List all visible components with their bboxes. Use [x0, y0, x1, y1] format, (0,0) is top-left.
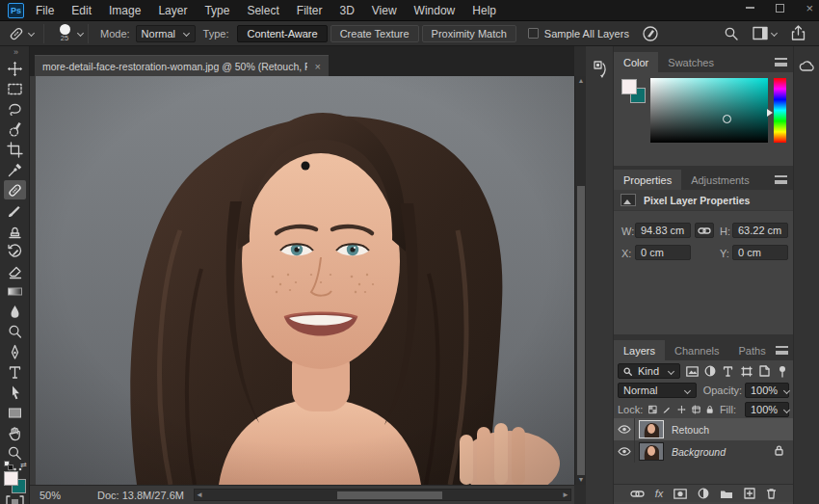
screen-mode-button[interactable]: [6, 495, 24, 504]
panel-menu-button[interactable]: [776, 346, 788, 355]
path-selection-tool[interactable]: [4, 383, 26, 402]
tab-color[interactable]: Color: [614, 52, 658, 72]
menu-edit[interactable]: Edit: [63, 4, 100, 17]
layer-thumbnail[interactable]: [639, 442, 664, 461]
new-group-icon[interactable]: [720, 489, 733, 499]
dodge-tool[interactable]: [4, 322, 26, 341]
document-tab[interactable]: more-detail-face-restoration-woman.jpg @…: [35, 55, 329, 76]
layer-thumbnail[interactable]: [639, 420, 664, 438]
type-tool[interactable]: [4, 362, 26, 382]
rectangle-tool[interactable]: [4, 403, 26, 422]
create-texture-button[interactable]: Create Texture: [330, 25, 419, 42]
horizontal-scroll-thumb[interactable]: [337, 491, 442, 499]
visibility-toggle[interactable]: [614, 440, 635, 463]
y-field[interactable]: 0 cm: [732, 245, 788, 260]
menu-select[interactable]: Select: [238, 4, 287, 17]
panel-menu-button[interactable]: [775, 58, 787, 66]
quick-selection-tool[interactable]: [4, 119, 26, 139]
filter-toggle-pin[interactable]: [776, 363, 789, 379]
vertical-scrollbar[interactable]: ▲ ▼: [574, 76, 586, 485]
eraser-tool[interactable]: [4, 261, 26, 280]
proximity-match-button[interactable]: Proximity Match: [422, 25, 516, 42]
zoom-level-field[interactable]: 50%: [40, 490, 61, 501]
filter-adjustment-layers-button[interactable]: [703, 363, 717, 379]
crop-tool[interactable]: [4, 140, 26, 159]
height-field[interactable]: 63.22 cm: [732, 223, 788, 238]
gradient-tool[interactable]: [4, 281, 26, 301]
menu-layer[interactable]: Layer: [149, 4, 196, 17]
menu-help[interactable]: Help: [463, 4, 505, 17]
workspace-switcher[interactable]: [753, 26, 778, 40]
width-field[interactable]: 94.83 cm: [635, 223, 691, 238]
layer-effects-icon[interactable]: fx: [655, 488, 664, 499]
new-layer-icon[interactable]: [744, 488, 755, 499]
clone-stamp-tool[interactable]: [4, 221, 26, 240]
hand-tool[interactable]: [4, 423, 26, 442]
menu-image[interactable]: Image: [100, 4, 149, 17]
scroll-right-icon[interactable]: ►: [561, 490, 570, 501]
filter-shape-layers-button[interactable]: [740, 363, 753, 379]
opacity-select[interactable]: 100%: [745, 383, 789, 398]
creative-cloud-icon[interactable]: [799, 60, 816, 73]
fill-select[interactable]: 100%: [745, 402, 789, 417]
brush-size-picker[interactable]: 25: [52, 24, 77, 42]
eyedropper-tool[interactable]: [4, 160, 26, 179]
panel-menu-button[interactable]: [775, 175, 787, 184]
minimize-icon[interactable]: [746, 7, 754, 9]
spot-healing-brush-tool[interactable]: [4, 180, 26, 199]
content-aware-button[interactable]: Content-Aware: [237, 25, 327, 42]
close-window-icon[interactable]: ×: [806, 2, 813, 14]
vertical-scroll-thumb[interactable]: [577, 186, 585, 475]
lock-paint-icon[interactable]: [663, 404, 672, 415]
maximize-icon[interactable]: [776, 4, 784, 13]
close-tab-icon[interactable]: ×: [315, 61, 321, 72]
visibility-toggle[interactable]: [614, 418, 635, 440]
tab-swatches[interactable]: Swatches: [658, 52, 724, 72]
new-adjustment-layer-icon[interactable]: [698, 488, 709, 499]
color-picker-ring[interactable]: [723, 115, 731, 123]
filter-kind-select[interactable]: Kind: [618, 363, 680, 379]
lock-transparency-icon[interactable]: [648, 404, 657, 415]
lock-position-icon[interactable]: [677, 404, 686, 415]
blur-tool[interactable]: [4, 302, 26, 321]
sample-all-layers-checkbox[interactable]: [528, 28, 539, 39]
tab-properties[interactable]: Properties: [614, 170, 681, 190]
layer-mask-icon[interactable]: [674, 489, 687, 499]
tab-channels[interactable]: Channels: [665, 340, 728, 360]
hue-slider[interactable]: [774, 78, 786, 143]
move-tool[interactable]: [4, 59, 26, 78]
hue-slider-arrow[interactable]: [767, 109, 773, 117]
blend-mode-select[interactable]: Normal: [618, 383, 697, 398]
link-dimensions-button[interactable]: [695, 223, 714, 238]
menu-window[interactable]: Window: [406, 4, 464, 17]
layer-locked-icon[interactable]: [775, 445, 783, 458]
zoom-tool[interactable]: [4, 443, 26, 463]
horizontal-scrollbar[interactable]: ◄ ►: [194, 489, 571, 501]
history-brush-tool[interactable]: [4, 241, 26, 260]
search-icon[interactable]: [724, 26, 739, 41]
filter-pixel-layers-button[interactable]: [685, 363, 699, 379]
share-icon[interactable]: [791, 25, 806, 41]
menu-view[interactable]: View: [363, 4, 406, 17]
menu-file[interactable]: File: [27, 4, 63, 17]
x-field[interactable]: 0 cm: [635, 245, 691, 260]
toolbar-collapse-icon[interactable]: »: [13, 47, 18, 57]
delete-layer-icon[interactable]: [766, 488, 777, 499]
layer-row-background[interactable]: Background: [614, 440, 793, 463]
layer-row-retouch[interactable]: Retouch: [614, 418, 793, 440]
filter-smart-objects-button[interactable]: [757, 363, 771, 379]
mode-select[interactable]: Normal: [136, 25, 196, 42]
saturation-brightness-field[interactable]: [650, 78, 768, 143]
canvas-image[interactable]: [36, 76, 574, 485]
tab-layers[interactable]: Layers: [614, 340, 665, 360]
canvas-area[interactable]: [30, 76, 574, 485]
marquee-tool[interactable]: [4, 79, 26, 98]
lock-artboard-icon[interactable]: [692, 404, 701, 415]
filter-type-layers-button[interactable]: [722, 363, 735, 379]
collapsed-panel-icon[interactable]: [592, 60, 609, 81]
menu-filter[interactable]: Filter: [288, 4, 331, 17]
chevron-down-icon[interactable]: [77, 30, 84, 37]
link-layers-icon[interactable]: [630, 490, 645, 498]
tab-paths[interactable]: Paths: [729, 340, 776, 360]
menu-3d[interactable]: 3D: [330, 4, 362, 17]
